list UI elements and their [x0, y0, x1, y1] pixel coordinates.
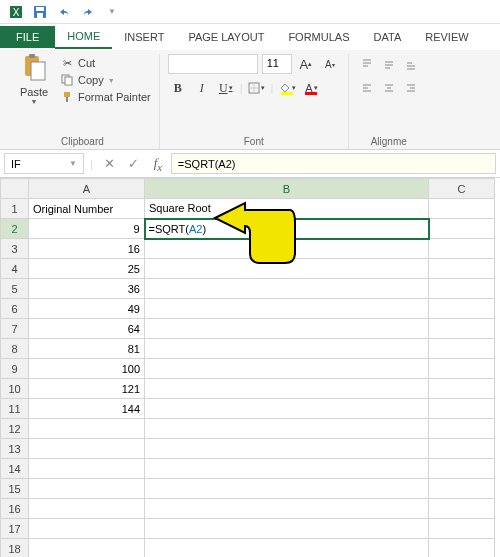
underline-button[interactable]: U▾ [216, 78, 236, 98]
cell[interactable] [29, 419, 145, 439]
cell[interactable] [29, 539, 145, 558]
cell[interactable] [29, 499, 145, 519]
align-center-button[interactable] [379, 78, 399, 98]
bold-button[interactable]: B [168, 78, 188, 98]
cell[interactable] [429, 539, 495, 558]
column-header-b[interactable]: B [145, 179, 429, 199]
qat-dropdown-icon[interactable]: ▼ [104, 4, 120, 20]
cell[interactable] [145, 259, 429, 279]
cell[interactable] [429, 339, 495, 359]
name-box[interactable]: IF ▼ [4, 153, 84, 174]
copy-button[interactable]: Copy ▼ [60, 73, 151, 87]
cell[interactable] [429, 219, 495, 239]
column-header-a[interactable]: A [29, 179, 145, 199]
cell[interactable]: 64 [29, 319, 145, 339]
italic-button[interactable]: I [192, 78, 212, 98]
row-header[interactable]: 1 [1, 199, 29, 219]
row-header[interactable]: 2 [1, 219, 29, 239]
shrink-font-button[interactable]: A▾ [320, 54, 340, 74]
fill-color-button[interactable]: ▾ [277, 78, 297, 98]
cell[interactable]: 16 [29, 239, 145, 259]
cell[interactable]: 81 [29, 339, 145, 359]
align-top-button[interactable] [357, 54, 377, 74]
cell[interactable] [145, 539, 429, 558]
align-right-button[interactable] [401, 78, 421, 98]
cell[interactable] [429, 399, 495, 419]
cell[interactable] [429, 259, 495, 279]
tab-page-layout[interactable]: PAGE LAYOUT [176, 26, 276, 48]
cell[interactable] [429, 319, 495, 339]
grow-font-button[interactable]: A▴ [296, 54, 316, 74]
align-bottom-button[interactable] [401, 54, 421, 74]
font-name-select[interactable] [168, 54, 258, 74]
borders-button[interactable]: ▾ [247, 78, 267, 98]
font-color-button[interactable]: A▾ [301, 78, 321, 98]
cell[interactable]: 49 [29, 299, 145, 319]
column-header-c[interactable]: C [429, 179, 495, 199]
cell[interactable] [145, 399, 429, 419]
cell[interactable]: Original Number [29, 199, 145, 219]
tab-file[interactable]: FILE [0, 26, 55, 48]
cell[interactable] [145, 479, 429, 499]
row-header[interactable]: 7 [1, 319, 29, 339]
cell[interactable]: 144 [29, 399, 145, 419]
cell[interactable] [429, 479, 495, 499]
cell-referenced[interactable]: 9 [29, 219, 145, 239]
save-icon[interactable] [32, 4, 48, 20]
cell-editing[interactable]: =SQRT(A2) [145, 219, 429, 239]
row-header[interactable]: 18 [1, 539, 29, 558]
row-header[interactable]: 3 [1, 239, 29, 259]
cell[interactable]: 25 [29, 259, 145, 279]
tab-insert[interactable]: INSERT [112, 26, 176, 48]
cell[interactable] [145, 499, 429, 519]
row-header[interactable]: 4 [1, 259, 29, 279]
cell[interactable] [429, 239, 495, 259]
cell[interactable] [145, 419, 429, 439]
cell[interactable] [429, 199, 495, 219]
cell[interactable] [29, 439, 145, 459]
cell[interactable]: 36 [29, 279, 145, 299]
format-painter-button[interactable]: Format Painter [60, 90, 151, 104]
cell[interactable]: 100 [29, 359, 145, 379]
align-middle-button[interactable] [379, 54, 399, 74]
tab-data[interactable]: DATA [362, 26, 414, 48]
row-header[interactable]: 12 [1, 419, 29, 439]
tab-review[interactable]: REVIEW [413, 26, 480, 48]
undo-icon[interactable] [56, 4, 72, 20]
cell[interactable]: 121 [29, 379, 145, 399]
cell[interactable] [29, 519, 145, 539]
cell[interactable] [29, 459, 145, 479]
row-header[interactable]: 16 [1, 499, 29, 519]
cell[interactable] [429, 419, 495, 439]
cell[interactable] [429, 379, 495, 399]
row-header[interactable]: 9 [1, 359, 29, 379]
cell[interactable] [429, 519, 495, 539]
select-all-corner[interactable] [1, 179, 29, 199]
cell[interactable] [429, 499, 495, 519]
align-left-button[interactable] [357, 78, 377, 98]
confirm-formula-button[interactable]: ✓ [123, 153, 145, 175]
tab-formulas[interactable]: FORMULAS [276, 26, 361, 48]
font-size-select[interactable]: 11 [262, 54, 292, 74]
cell[interactable] [145, 459, 429, 479]
row-header[interactable]: 6 [1, 299, 29, 319]
cell[interactable] [145, 339, 429, 359]
row-header[interactable]: 17 [1, 519, 29, 539]
row-header[interactable]: 14 [1, 459, 29, 479]
redo-icon[interactable] [80, 4, 96, 20]
cell[interactable] [429, 279, 495, 299]
cell[interactable] [429, 439, 495, 459]
insert-function-button[interactable]: fx [147, 153, 169, 175]
cell[interactable] [429, 299, 495, 319]
row-header[interactable]: 11 [1, 399, 29, 419]
cell[interactable] [145, 439, 429, 459]
tab-home[interactable]: HOME [55, 25, 112, 49]
row-header[interactable]: 10 [1, 379, 29, 399]
row-header[interactable]: 15 [1, 479, 29, 499]
cell[interactable] [145, 319, 429, 339]
cell[interactable] [145, 379, 429, 399]
cell[interactable] [429, 359, 495, 379]
cell[interactable] [145, 359, 429, 379]
cell[interactable] [145, 239, 429, 259]
cell[interactable] [145, 299, 429, 319]
